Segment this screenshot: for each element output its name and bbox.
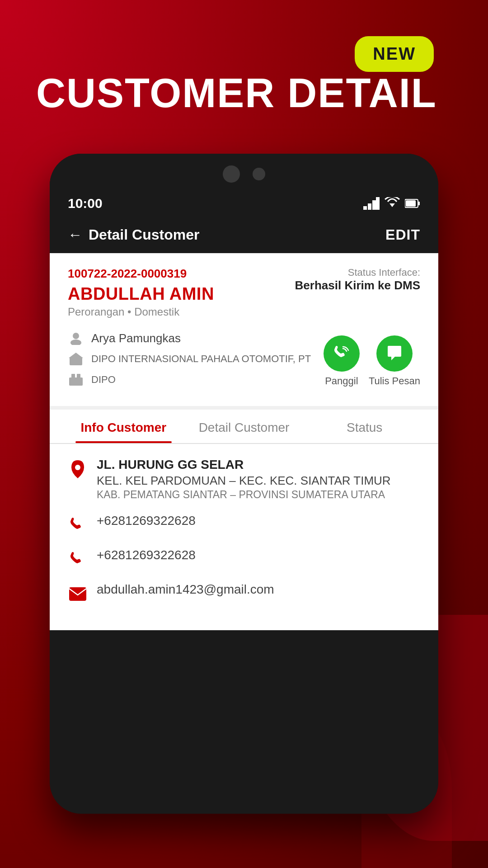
- info-customer-section: JL. HURUNG GG SELAR Kel. KEL PARDOMUAN –…: [50, 444, 438, 630]
- signal-icon: [363, 197, 380, 210]
- customer-card: 100722-2022-0000319 ABDULLAH AMIN Perora…: [50, 253, 438, 410]
- address-row: JL. HURUNG GG SELAR Kel. KEL PARDOMUAN –…: [68, 458, 420, 501]
- message-button-wrap: Tulis Pesan: [369, 335, 420, 387]
- phone1-row: +6281269322628: [68, 514, 420, 535]
- svg-marker-1: [368, 203, 371, 210]
- svg-point-8: [73, 333, 79, 339]
- agent-icon: [68, 330, 84, 346]
- address-text-block: JL. HURUNG GG SELAR Kel. KEL PARDOMUAN –…: [97, 458, 391, 501]
- battery-icon: [405, 198, 420, 208]
- status-interface-block: Status Interface: Berhasil Kirim ke DMS: [295, 267, 420, 292]
- customer-type: Perorangan • Domestik: [68, 306, 214, 318]
- svg-marker-11: [69, 353, 83, 358]
- phone2-number[interactable]: +6281269322628: [97, 548, 196, 562]
- dealer-icon: [68, 351, 84, 367]
- camera-lens-main: [223, 165, 240, 183]
- customer-name: ABDULLAH AMIN: [68, 284, 214, 304]
- svg-marker-3: [376, 197, 380, 210]
- customer-id-block: 100722-2022-0000319 ABDULLAH AMIN Perora…: [68, 267, 214, 326]
- tabs-bar: Info Customer Detail Customer Status: [50, 410, 438, 444]
- svg-rect-7: [406, 200, 416, 207]
- content-area: 100722-2022-0000319 ABDULLAH AMIN Perora…: [50, 253, 438, 630]
- new-badge: NEW: [355, 36, 434, 72]
- info-rows: Arya Pamungkas DIPO INTERNASIONAL PAHALA…: [68, 330, 324, 392]
- tab-info-customer[interactable]: Info Customer: [63, 410, 184, 443]
- branch-icon: [68, 372, 84, 388]
- status-icons: [363, 197, 420, 210]
- svg-point-9: [70, 340, 81, 345]
- email-row: abdullah.amin1423@gmail.com: [68, 582, 420, 604]
- wifi-icon: [384, 197, 400, 210]
- message-label: Tulis Pesan: [369, 375, 420, 387]
- call-button-wrap: Panggil: [324, 335, 360, 387]
- tab-status[interactable]: Status: [304, 410, 425, 443]
- phone-icon: [333, 345, 350, 362]
- edit-button[interactable]: EDIT: [385, 226, 420, 243]
- phone-camera-bar: [50, 154, 438, 190]
- svg-marker-0: [363, 206, 367, 210]
- email-address[interactable]: abdullah.amin1423@gmail.com: [97, 582, 274, 597]
- header-title: Detail Customer: [89, 226, 199, 243]
- address-kab-prov: Kab. PEMATANG SIANTAR – Provinsi SUMATER…: [97, 489, 391, 501]
- branch-row: DIPO: [68, 372, 324, 388]
- branch-name: DIPO: [91, 374, 116, 386]
- status-bar: 10:00: [50, 190, 438, 217]
- agent-name: Arya Pamungkas: [91, 331, 181, 345]
- location-icon: [68, 459, 88, 479]
- phone1-number[interactable]: +6281269322628: [97, 514, 196, 528]
- svg-marker-4: [389, 203, 395, 207]
- address-kel-kec: Kel. KEL PARDOMUAN – Kec. KEC. SIANTAR T…: [97, 474, 391, 488]
- back-button[interactable]: ←: [68, 226, 82, 243]
- phone2-icon: [68, 550, 88, 570]
- message-icon: [386, 345, 403, 362]
- svg-rect-10: [70, 357, 82, 365]
- call-label: Panggil: [325, 375, 358, 387]
- phone2-row: +6281269322628: [68, 548, 420, 570]
- customer-header-row: 100722-2022-0000319 ABDULLAH AMIN Perora…: [68, 267, 420, 326]
- tab-detail-customer[interactable]: Detail Customer: [184, 410, 305, 443]
- email-icon: [68, 584, 88, 604]
- svg-marker-2: [372, 200, 376, 210]
- svg-rect-12: [69, 377, 83, 386]
- svg-point-15: [75, 465, 80, 470]
- app-header: ← Detail Customer EDIT: [50, 217, 438, 253]
- call-button[interactable]: [324, 335, 360, 372]
- svg-rect-16: [69, 587, 86, 601]
- address-street: JL. HURUNG GG SELAR: [97, 458, 391, 472]
- message-button[interactable]: [376, 335, 413, 372]
- status-time: 10:00: [68, 196, 103, 211]
- dealer-row: DIPO INTERNASIONAL PAHALA OTOMOTIF, PT: [68, 351, 324, 367]
- status-value: Berhasil Kirim ke DMS: [295, 278, 420, 292]
- agent-row: Arya Pamungkas: [68, 330, 324, 346]
- customer-id: 100722-2022-0000319: [68, 267, 214, 281]
- svg-rect-6: [418, 202, 420, 205]
- dealer-name: DIPO INTERNASIONAL PAHALA OTOMOTIF, PT: [91, 353, 311, 365]
- status-label: Status Interface:: [295, 267, 420, 278]
- camera-lens-small: [253, 168, 265, 180]
- svg-rect-13: [71, 374, 75, 378]
- phone-mockup: 10:00 ← De: [50, 154, 438, 814]
- action-buttons: Panggil Tulis Pesan: [324, 335, 420, 387]
- header-left: ← Detail Customer: [68, 226, 199, 243]
- page-title: CUSTOMER DETAIL: [36, 70, 437, 117]
- action-row: Arya Pamungkas DIPO INTERNASIONAL PAHALA…: [68, 330, 420, 392]
- phone1-icon: [68, 515, 88, 535]
- svg-rect-14: [77, 374, 80, 378]
